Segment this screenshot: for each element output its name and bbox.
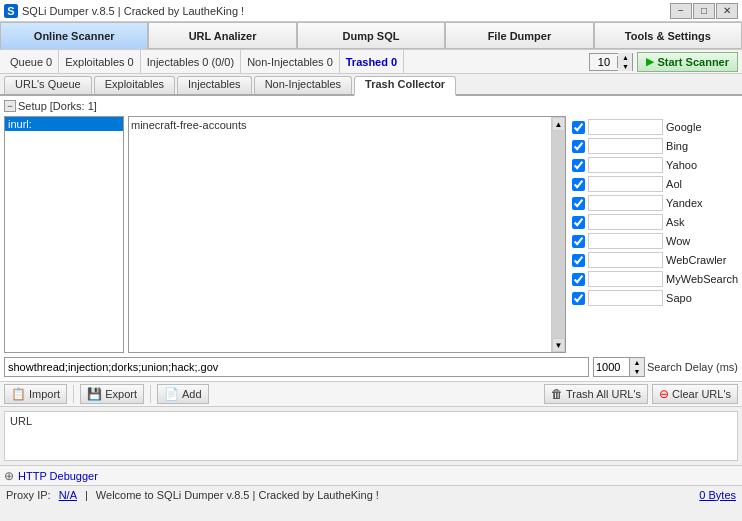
nav-tools-settings[interactable]: Tools & Settings [594,22,742,49]
tab-urls-queue[interactable]: URL's Queue [4,76,92,94]
filter-row: 1000 ▲ ▼ Search Delay (ms) [4,357,738,377]
clear-all-button[interactable]: ⊖ Clear URL's [652,384,738,404]
thread-spinner[interactable]: 10 ▲ ▼ [589,53,633,71]
se-google-input[interactable] [588,119,663,135]
scroll-thumb [552,131,565,338]
se-bing-input[interactable] [588,138,663,154]
delay-increment[interactable]: ▲ [630,358,644,367]
toolbar-row: 📋 Import 💾 Export 📄 Add 🗑 Trash All URL'… [0,381,742,407]
se-mywebsearch-input[interactable] [588,271,663,287]
se-ask-checkbox[interactable] [572,216,585,229]
se-webcrawler-input[interactable] [588,252,663,268]
textarea-scrollbar[interactable]: ▲ ▼ [551,117,565,352]
se-wow: Wow [572,232,738,250]
filter-input[interactable] [4,357,589,377]
delay-decrement[interactable]: ▼ [630,367,644,376]
delay-box: 1000 ▲ ▼ Search Delay (ms) [593,357,738,377]
scroll-down-btn[interactable]: ▼ [552,338,565,352]
dorks-list[interactable]: inurl: [4,116,124,353]
main-navigation: Online Scanner URL Analizer Dump SQL Fil… [0,22,742,50]
se-wow-checkbox[interactable] [572,235,585,248]
se-mywebsearch: MyWebSearch [572,270,738,288]
http-debugger-button[interactable]: HTTP Debugger [18,470,98,482]
tab-injectables[interactable]: Injectables [177,76,252,94]
se-google: Google [572,118,738,136]
close-button[interactable]: ✕ [716,3,738,19]
dorks-area: inurl: minecraft-free-accounts ▲ ▼ [4,116,738,353]
maximize-button[interactable]: □ [693,3,715,19]
se-sapo-checkbox[interactable] [572,292,585,305]
toolbar-separator-2 [150,385,151,403]
trash-all-button[interactable]: 🗑 Trash All URL's [544,384,648,404]
tab-non-injectables[interactable]: Non-Injectables [254,76,352,94]
setup-title: Setup [Dorks: 1] [18,100,97,112]
se-sapo-label: Sapo [666,292,692,304]
status-trashed: Trashed 0 [340,50,404,73]
se-wow-input[interactable] [588,233,663,249]
se-mywebsearch-label: MyWebSearch [666,273,738,285]
se-ask: Ask [572,213,738,231]
start-scanner-button[interactable]: ▶ Start Scanner [637,52,738,72]
app-icon: S [4,4,18,18]
se-ask-input[interactable] [588,214,663,230]
se-aol-input[interactable] [588,176,663,192]
thread-spinner-buttons: ▲ ▼ [618,53,632,71]
add-icon: 📄 [164,387,179,401]
se-google-checkbox[interactable] [572,121,585,134]
se-mywebsearch-checkbox[interactable] [572,273,585,286]
bytes-display[interactable]: 0 Bytes [699,489,736,501]
content-area: − Setup [Dorks: 1] inurl: minecraft-free… [0,96,742,381]
se-yandex-input[interactable] [588,195,663,211]
import-button[interactable]: 📋 Import [4,384,67,404]
export-icon: 💾 [87,387,102,401]
bottom-bar: Proxy IP: N/A | Welcome to SQLi Dumper v… [0,485,742,503]
dork-textarea[interactable]: minecraft-free-accounts [129,117,565,352]
welcome-message: Welcome to SQLi Dumper v.8.5 | Cracked b… [96,489,379,501]
http-debugger-bar: ⊕ HTTP Debugger [0,465,742,485]
dork-item[interactable]: inurl: [5,117,123,131]
scroll-up-btn[interactable]: ▲ [552,117,565,131]
toolbar-right: 🗑 Trash All URL's ⊖ Clear URL's [544,384,738,404]
thread-count: 10 [590,56,618,68]
se-webcrawler: WebCrawler [572,251,738,269]
nav-file-dumper[interactable]: File Dumper [445,22,593,49]
dork-input-area[interactable]: minecraft-free-accounts ▲ ▼ [128,116,566,353]
se-yahoo-checkbox[interactable] [572,159,585,172]
tab-exploitables[interactable]: Exploitables [94,76,175,94]
delay-label: Search Delay (ms) [647,361,738,373]
se-aol-checkbox[interactable] [572,178,585,191]
play-icon: ▶ [646,56,654,67]
se-ask-label: Ask [666,216,684,228]
collapse-button[interactable]: − [4,100,16,112]
se-yandex-label: Yandex [666,197,703,209]
se-google-label: Google [666,121,701,133]
setup-header: − Setup [Dorks: 1] [4,100,738,112]
export-button[interactable]: 💾 Export [80,384,144,404]
se-sapo-input[interactable] [588,290,663,306]
dork-row-empty-11[interactable] [5,151,123,153]
url-label: URL [10,415,32,427]
nav-online-scanner[interactable]: Online Scanner [0,22,148,49]
thread-decrement[interactable]: ▼ [618,62,632,71]
proxy-link[interactable]: N/A [59,489,77,501]
plus-icon: ⊕ [4,469,14,483]
delay-value: 1000 [594,358,630,376]
se-webcrawler-checkbox[interactable] [572,254,585,267]
window-controls: − □ ✕ [670,3,738,19]
se-bing-checkbox[interactable] [572,140,585,153]
url-display: URL [4,411,738,461]
se-yandex: Yandex [572,194,738,212]
se-yahoo-label: Yahoo [666,159,697,171]
se-yahoo-input[interactable] [588,157,663,173]
nav-url-analizer[interactable]: URL Analizer [148,22,296,49]
minimize-button[interactable]: − [670,3,692,19]
clear-all-icon: ⊖ [659,387,669,401]
delay-input-wrap[interactable]: 1000 ▲ ▼ [593,357,645,377]
thread-increment[interactable]: ▲ [618,53,632,62]
tab-trash-collector[interactable]: Trash Collector [354,76,456,96]
nav-dump-sql[interactable]: Dump SQL [297,22,445,49]
add-button[interactable]: 📄 Add [157,384,209,404]
se-aol: Aol [572,175,738,193]
search-engines-panel: Google Bing Yahoo Aol Yandex [570,116,738,353]
se-yandex-checkbox[interactable] [572,197,585,210]
